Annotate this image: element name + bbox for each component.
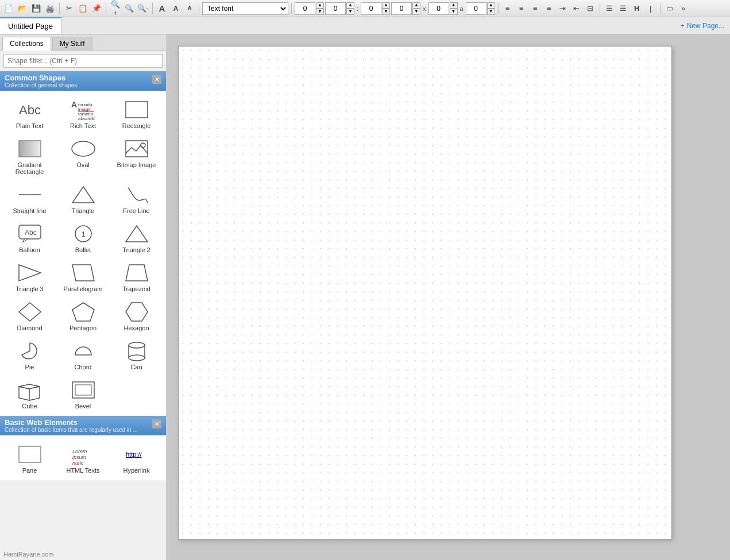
shape-diamond[interactable]: Diamond bbox=[3, 296, 56, 334]
shape-triangle3[interactable]: Triangle 3 bbox=[3, 257, 56, 295]
align-justify-btn[interactable]: ≡ bbox=[543, 2, 555, 15]
num-input-6[interactable] bbox=[466, 2, 486, 15]
font-select[interactable]: Text fontText font bbox=[202, 2, 288, 15]
list2-btn[interactable]: ☰ bbox=[617, 2, 629, 15]
svg-text:1: 1 bbox=[82, 230, 86, 238]
save-btn[interactable]: 💾 bbox=[30, 2, 43, 15]
spin2-up[interactable]: ▲ bbox=[346, 2, 354, 9]
shape-free-line[interactable]: Free Line bbox=[110, 179, 163, 217]
shape-trapezoid[interactable]: Trapezoid bbox=[110, 257, 163, 295]
print-btn[interactable]: 🖨️ bbox=[44, 2, 56, 15]
shape-straight-line[interactable]: Straight line bbox=[3, 179, 56, 217]
zoom-out-btn[interactable]: 🔍- bbox=[137, 2, 149, 15]
shape-can[interactable]: Can bbox=[110, 335, 163, 373]
common-shapes-close[interactable]: ✕ bbox=[152, 75, 161, 84]
spin5-up[interactable]: ▲ bbox=[450, 2, 458, 9]
tab-mystuff[interactable]: My Stuff bbox=[52, 37, 92, 50]
bullet-label: Bullet bbox=[75, 246, 91, 253]
svg-text:abscidlit: abscidlit bbox=[78, 116, 95, 121]
num-group-5: ▲ ▼ bbox=[428, 2, 458, 15]
num-group-1: ▲ ▼ bbox=[295, 2, 324, 15]
shape-rectangle[interactable]: Rectangle bbox=[110, 94, 163, 132]
rich-text-label: Rich Text bbox=[70, 122, 96, 129]
outdent-btn[interactable]: ⇤ bbox=[570, 2, 583, 15]
shape-gradient-rectangle[interactable]: Gradient Rectangle bbox=[3, 133, 56, 178]
num-input-1[interactable] bbox=[295, 2, 315, 15]
gradient-rectangle-icon bbox=[16, 137, 44, 160]
shape-html-texts[interactable]: Lorem ipsum nunc HTML Texts bbox=[57, 439, 109, 477]
num-input-4[interactable] bbox=[391, 2, 412, 15]
cut-btn[interactable]: ✂ bbox=[63, 2, 75, 15]
spin4-up[interactable]: ▲ bbox=[412, 2, 420, 9]
spin3-down[interactable]: ▼ bbox=[382, 9, 390, 15]
spin1-up[interactable]: ▲ bbox=[316, 2, 324, 9]
shape-hexagon[interactable]: Hexagon bbox=[110, 296, 163, 334]
list-btn[interactable]: ☰ bbox=[603, 2, 616, 15]
open-btn[interactable]: 📂 bbox=[16, 2, 29, 15]
zoom-reset-btn[interactable]: 🔍 bbox=[123, 2, 136, 15]
shape-rich-text[interactable]: A mundu imagin tamirito abscidlit Rich T… bbox=[57, 94, 109, 132]
more-btn[interactable]: » bbox=[677, 2, 690, 15]
bitmap-image-label: Bitmap Image bbox=[117, 161, 156, 168]
shape-pie[interactable]: Pie bbox=[3, 335, 56, 373]
line-btn[interactable]: | bbox=[644, 2, 657, 15]
num-input-5[interactable] bbox=[428, 2, 449, 15]
svg-marker-16 bbox=[22, 239, 28, 242]
align-right-btn[interactable]: ≡ bbox=[529, 2, 542, 15]
spin3-up[interactable]: ▲ bbox=[382, 2, 390, 9]
font-small-btn[interactable]: A bbox=[183, 2, 196, 15]
basic-web-close[interactable]: ✕ bbox=[152, 419, 161, 428]
font-medium-btn[interactable]: A bbox=[169, 2, 182, 15]
shape-oval[interactable]: Oval bbox=[57, 133, 109, 178]
shape-triangle2[interactable]: Triangle 2 bbox=[110, 218, 163, 256]
common-shapes-title: Common Shapes bbox=[5, 74, 152, 82]
frame-btn[interactable]: ▭ bbox=[663, 2, 676, 15]
pie-icon bbox=[16, 339, 44, 362]
num-input-3[interactable] bbox=[361, 2, 381, 15]
font-large-btn[interactable]: A bbox=[156, 2, 168, 15]
shape-pane[interactable]: Pane bbox=[3, 439, 56, 477]
left-tabs: Collections My Stuff bbox=[0, 34, 166, 51]
spin2-down[interactable]: ▼ bbox=[346, 9, 354, 15]
new-btn[interactable]: 📄 bbox=[2, 2, 15, 15]
indent-btn[interactable]: ⇥ bbox=[557, 2, 569, 15]
shape-parallelogram[interactable]: Parallelogram bbox=[57, 257, 109, 295]
spin4-down[interactable]: ▼ bbox=[412, 9, 420, 15]
shape-bevel[interactable]: Bevel bbox=[57, 374, 109, 412]
zoom-in-btn[interactable]: 🔍+ bbox=[109, 2, 122, 15]
svg-rect-35 bbox=[19, 446, 41, 462]
align-left-btn[interactable]: ≡ bbox=[501, 2, 514, 15]
shape-filter-input[interactable] bbox=[3, 54, 163, 68]
shape-pentagon[interactable]: Pentagon bbox=[57, 296, 109, 334]
canvas[interactable] bbox=[178, 46, 672, 540]
shape-triangle[interactable]: Triangle bbox=[57, 179, 109, 217]
page-tab[interactable]: Untitled Page bbox=[0, 17, 61, 34]
shape-chord[interactable]: Chord bbox=[57, 335, 109, 373]
spin6-up[interactable]: ▲ bbox=[487, 2, 495, 9]
heading-btn[interactable]: H bbox=[631, 2, 643, 15]
valign-btn[interactable]: ⊟ bbox=[584, 2, 597, 15]
rectangle-icon bbox=[122, 98, 151, 121]
shape-bullet[interactable]: 1 Bullet bbox=[57, 218, 109, 256]
copy-btn[interactable]: 📋 bbox=[76, 2, 89, 15]
shape-balloon[interactable]: Abc Balloon bbox=[3, 218, 56, 256]
spin2: ▲ ▼ bbox=[346, 2, 354, 15]
svg-marker-21 bbox=[72, 265, 94, 281]
spin5-down[interactable]: ▼ bbox=[450, 9, 458, 15]
shape-hyperlink[interactable]: http:// Hyperlink bbox=[110, 439, 163, 477]
tab-collections[interactable]: Collections bbox=[2, 37, 51, 51]
align-center-btn[interactable]: ≡ bbox=[515, 2, 528, 15]
svg-marker-22 bbox=[126, 265, 148, 281]
num-input-2[interactable] bbox=[325, 2, 346, 15]
shape-plain-text[interactable]: Abc Plain Text bbox=[3, 94, 56, 132]
shape-cube[interactable]: Cube bbox=[3, 374, 56, 412]
spin6-down[interactable]: ▼ bbox=[487, 9, 495, 15]
spin1-down[interactable]: ▼ bbox=[316, 9, 324, 15]
new-page-btn[interactable]: + New Page... bbox=[675, 17, 730, 34]
shape-bitmap-image[interactable]: Bitmap Image bbox=[110, 133, 163, 178]
num-group-4: ▲ ▼ bbox=[391, 2, 420, 15]
hexagon-label: Hexagon bbox=[123, 325, 149, 331]
bitmap-image-icon bbox=[122, 137, 151, 160]
spin6: ▲ ▼ bbox=[487, 2, 495, 15]
paste-btn[interactable]: 📌 bbox=[90, 2, 103, 15]
